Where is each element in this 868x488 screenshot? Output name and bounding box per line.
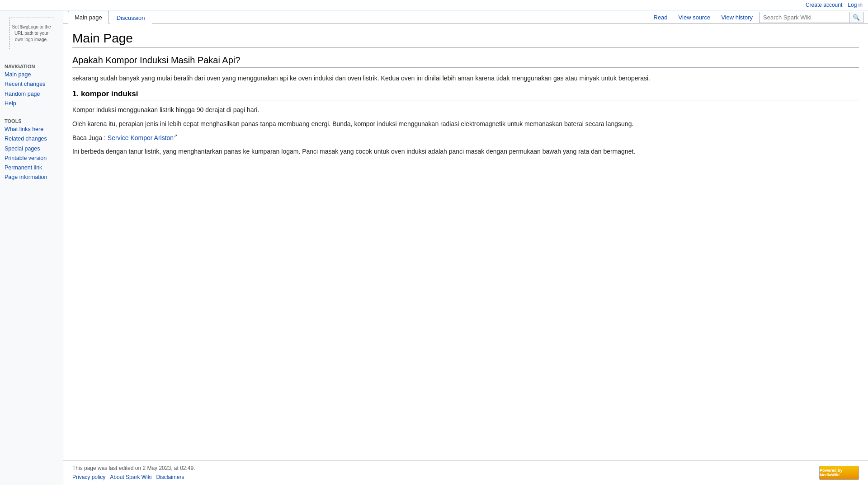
footer: This page was last edited on 2 May 2023,… [63, 460, 868, 485]
baca-juga-prefix: Baca Juga : [72, 134, 108, 141]
tabs-left: Main page Discussion [68, 10, 152, 23]
section2-para3: Ini berbeda dengan tanur listrik, yang m… [72, 146, 859, 156]
tab-discussion[interactable]: Discussion [110, 11, 152, 24]
sidebar-item-special-pages[interactable]: Special pages [5, 144, 58, 154]
tab-main-page[interactable]: Main page [68, 11, 109, 24]
section1-heading: Apakah Kompor Induksi Masih Pakai Api? [72, 55, 859, 68]
sidebar-item-what-links-here[interactable]: What links here [5, 125, 58, 134]
search-button[interactable]: 🔍 [849, 12, 863, 23]
mediawiki-badge: Powered by MediaWiki [819, 466, 859, 480]
sidebar-item-main-page[interactable]: Main page [5, 70, 58, 80]
sidebar: Set $wgLogo to the URL path to your own … [0, 10, 63, 485]
section2-baca-juga: Baca Juga : Service Kompor Ariston↗ [72, 132, 859, 143]
tools-heading: Tools [5, 118, 58, 124]
layout: Set $wgLogo to the URL path to your own … [0, 10, 868, 485]
last-edited-text: This page was last edited on 2 May 2023,… [72, 465, 195, 471]
page-title: Main Page [72, 31, 859, 48]
nav-heading: Navigation [5, 64, 58, 69]
baca-juga-link[interactable]: Service Kompor Ariston↗ [108, 134, 177, 141]
top-bar: Create account Log in [0, 0, 868, 10]
tab-bar: Main page Discussion Read View source Vi… [63, 10, 868, 24]
sidebar-item-related-changes[interactable]: Related changes [5, 134, 58, 144]
about-link[interactable]: About Spark Wiki [110, 474, 151, 480]
sidebar-item-page-information[interactable]: Page information [5, 173, 58, 182]
disclaimers-link[interactable]: Disclaimers [156, 474, 184, 480]
sidebar-item-recent-changes[interactable]: Recent changes [5, 80, 58, 89]
search-input[interactable] [759, 12, 849, 23]
sidebar-item-permanent-link[interactable]: Permanent link [5, 163, 58, 173]
tab-view-source[interactable]: View source [674, 11, 715, 23]
sidebar-item-random-page[interactable]: Random page [5, 89, 58, 99]
section1-intro: sekarang sudah banyak yang mulai beralih… [72, 73, 859, 83]
search-form: 🔍 [759, 12, 863, 23]
tab-view-history[interactable]: View history [717, 11, 757, 23]
tabs-right: Read View source View history 🔍 [649, 11, 864, 23]
logo-area: Set $wgLogo to the URL path to your own … [0, 14, 63, 53]
main-area: Main page Discussion Read View source Vi… [63, 10, 868, 485]
mediawiki-badge-img: Powered by MediaWiki [819, 466, 859, 480]
tab-read[interactable]: Read [649, 11, 672, 23]
section2-para1: Kompor induksi menggunakan listrik hingg… [72, 105, 859, 115]
page-content: Main Page Apakah Kompor Induksi Masih Pa… [63, 24, 868, 460]
sidebar-item-help[interactable]: Help [5, 99, 58, 108]
mediawiki-badge-text: Powered by MediaWiki [820, 468, 859, 477]
section2-para2: Oleh karena itu, perapian jenis ini lebi… [72, 119, 859, 129]
section2-heading: 1. kompor induksi [72, 89, 859, 100]
sidebar-item-printable-version[interactable]: Printable version [5, 154, 58, 163]
privacy-policy-link[interactable]: Privacy policy [72, 474, 105, 480]
log-in-link[interactable]: Log in [848, 2, 863, 8]
external-link-icon: ↗ [174, 133, 177, 138]
footer-left: This page was last edited on 2 May 2023,… [72, 465, 195, 480]
logo-box: Set $wgLogo to the URL path to your own … [9, 18, 54, 49]
footer-links: Privacy policy About Spark Wiki Disclaim… [72, 474, 195, 480]
nav-section: Navigation Main page Recent changes Rand… [0, 56, 63, 111]
create-account-link[interactable]: Create account [806, 2, 842, 8]
tools-section: Tools What links here Related changes Sp… [0, 111, 63, 185]
